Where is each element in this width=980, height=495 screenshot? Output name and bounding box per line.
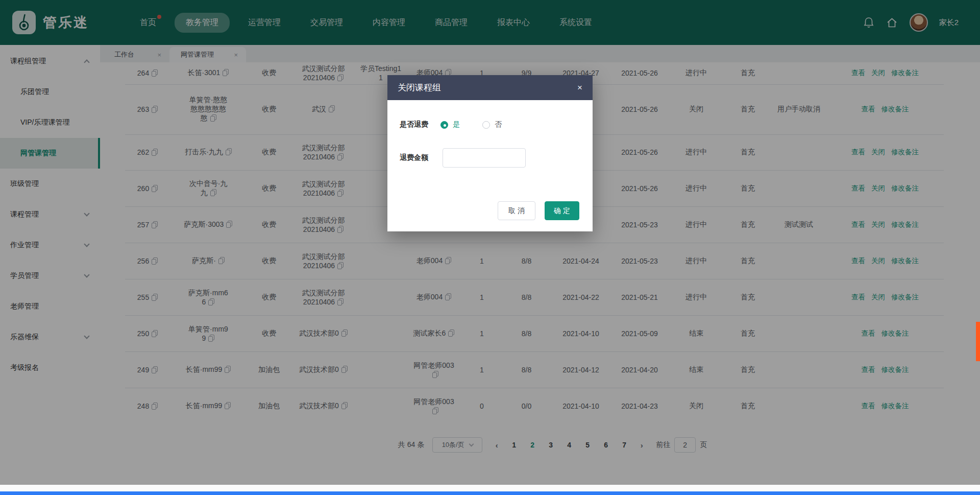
amount-label: 退费金额 [400,153,435,162]
dialog-header: 关闭课程组 × [387,75,593,100]
dialog-footer: 取 消 确 定 [498,201,579,220]
refund-choice-row: 是否退费 是 否 [400,120,502,129]
refund-amount-row: 退费金额 [400,148,526,168]
radio-checked-icon [440,121,448,129]
bottom-blue-bar [0,491,980,495]
radio-refund-yes[interactable]: 是 [440,120,460,129]
refund-label: 是否退费 [400,120,435,129]
dialog-title: 关闭课程组 [398,82,441,93]
refund-amount-input[interactable] [443,148,526,168]
confirm-button[interactable]: 确 定 [545,201,579,220]
radio-refund-no[interactable]: 否 [482,120,502,129]
cancel-button[interactable]: 取 消 [498,201,535,220]
radio-unchecked-icon [482,121,490,129]
modal-overlay [0,0,980,485]
close-course-group-dialog: 关闭课程组 × 是否退费 是 否 退费金额 取 消 确 定 [387,75,593,231]
scrollbar-thumb[interactable] [976,322,980,361]
bottom-strip [0,485,980,491]
close-icon[interactable]: × [577,83,582,93]
